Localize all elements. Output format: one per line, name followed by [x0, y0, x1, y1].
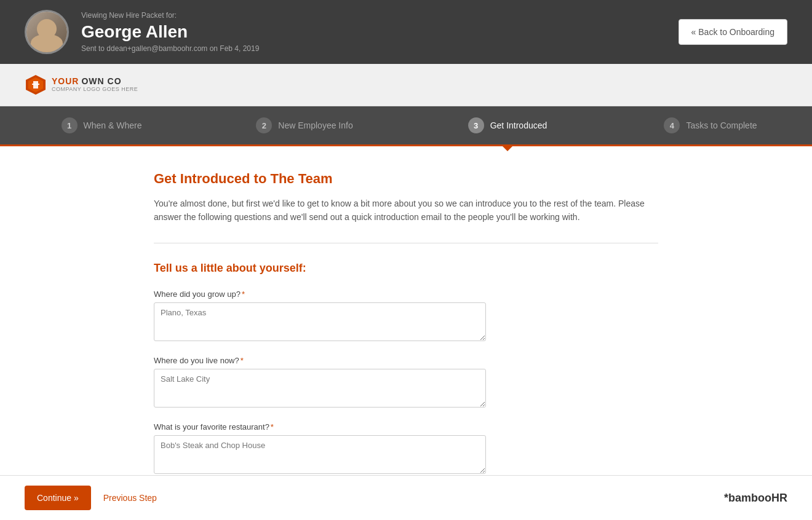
- header-left: Viewing New Hire Packet for: George Alle…: [25, 10, 259, 54]
- required-star-1: *: [242, 290, 245, 299]
- logo-own-co: OWN CO: [81, 77, 121, 86]
- field-grew-up-input[interactable]: [154, 302, 486, 341]
- footer: Continue » Previous Step *bambooHR: [0, 475, 812, 520]
- content-wrapper: Get Introduced to The Team You're almost…: [0, 146, 812, 520]
- field-favorite-restaurant-label: What is your favorite restaurant?*: [154, 422, 486, 431]
- header-info: Viewing New Hire Packet for: George Alle…: [81, 11, 259, 53]
- previous-step-link[interactable]: Previous Step: [103, 493, 157, 503]
- bamboohr-logo: *bambooHR: [724, 492, 787, 505]
- field-favorite-restaurant: What is your favorite restaurant?*: [154, 422, 486, 476]
- viewing-label: Viewing New Hire Packet for:: [81, 11, 259, 20]
- continue-button[interactable]: Continue »: [25, 486, 91, 510]
- step-2-new-employee-info[interactable]: 2 New Employee Info: [203, 106, 406, 144]
- footer-left: Continue » Previous Step: [25, 486, 157, 510]
- divider: [154, 243, 658, 243]
- field-live-now-input[interactable]: [154, 369, 486, 408]
- required-star-2: *: [241, 356, 244, 365]
- step-3-number: 3: [468, 117, 484, 133]
- field-live-now-label: Where do you live now?*: [154, 356, 486, 365]
- logo-tagline: COMPANY LOGO GOES HERE: [52, 87, 138, 93]
- back-to-onboarding-button[interactable]: « Back to Onboarding: [679, 19, 787, 45]
- avatar: [25, 10, 69, 54]
- step-4-number: 4: [664, 117, 680, 133]
- logo-icon: [25, 74, 47, 96]
- field-favorite-restaurant-input[interactable]: [154, 435, 486, 474]
- field-live-now: Where do you live now?*: [154, 356, 486, 410]
- step-4-tasks-to-complete[interactable]: 4 Tasks to Complete: [609, 106, 812, 144]
- field-grew-up: Where did you grow up?*: [154, 290, 486, 344]
- steps-nav: 1 When & Where 2 New Employee Info 3 Get…: [0, 106, 812, 146]
- step-1-number: 1: [62, 117, 78, 133]
- step-4-label: Tasks to Complete: [686, 120, 757, 130]
- page-description: You're almost done, but first we'd like …: [154, 197, 658, 224]
- page-title: Get Introduced to The Team: [154, 171, 658, 187]
- form-section-title: Tell us a little about yourself:: [154, 262, 658, 275]
- step-3-label: Get Introduced: [490, 120, 547, 130]
- main-content: Get Introduced to The Team You're almost…: [129, 146, 683, 520]
- step-2-label: New Employee Info: [278, 120, 352, 130]
- logo-your: YOUR: [52, 77, 79, 86]
- step-2-number: 2: [256, 117, 272, 133]
- employee-name: George Allen: [81, 22, 259, 42]
- logo-bar: YOUR OWN CO COMPANY LOGO GOES HERE: [0, 64, 812, 106]
- svg-rect-3: [32, 84, 39, 85]
- company-logo: YOUR OWN CO COMPANY LOGO GOES HERE: [25, 74, 138, 96]
- step-1-label: When & Where: [84, 120, 142, 130]
- logo-text: YOUR OWN CO COMPANY LOGO GOES HERE: [52, 77, 138, 92]
- field-grew-up-label: Where did you grow up?*: [154, 290, 486, 299]
- required-star-3: *: [271, 422, 274, 431]
- sent-info: Sent to ddean+gallen@bamboohr.com on Feb…: [81, 44, 259, 53]
- step-3-get-introduced[interactable]: 3 Get Introduced: [406, 106, 609, 144]
- step-1-when-where[interactable]: 1 When & Where: [0, 106, 203, 144]
- header: Viewing New Hire Packet for: George Alle…: [0, 0, 812, 64]
